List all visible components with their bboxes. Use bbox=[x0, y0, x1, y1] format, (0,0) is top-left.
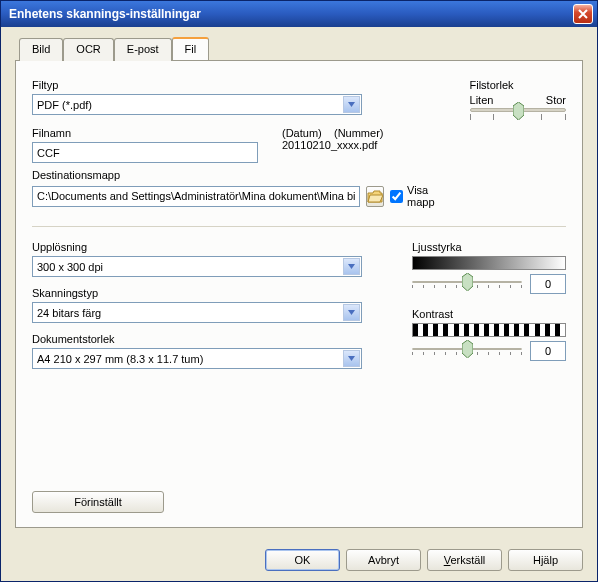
close-icon bbox=[578, 9, 588, 19]
dialog-buttons: OK Avbryt Verkställ Hjälp bbox=[265, 549, 583, 571]
filename-hint: (Datum) (Nummer) bbox=[282, 127, 383, 139]
filetype-select[interactable]: PDF (*.pdf) bbox=[32, 94, 362, 115]
chevron-down-icon bbox=[348, 102, 355, 107]
tab-epost[interactable]: E-post bbox=[114, 38, 172, 61]
brightness-slider[interactable] bbox=[412, 281, 522, 288]
tab-panel: Filtyp PDF (*.pdf) Filnamn CCF bbox=[15, 60, 583, 528]
filesize-large-label: Stor bbox=[546, 94, 566, 106]
filename-input[interactable]: CCF bbox=[32, 142, 258, 163]
tab-fil[interactable]: Fil bbox=[172, 37, 210, 60]
showfolder-checkbox[interactable]: Visa mapp bbox=[390, 184, 440, 208]
docsize-value: A4 210 x 297 mm (8.3 x 11.7 tum) bbox=[37, 353, 203, 365]
filename-label: Filnamn bbox=[32, 127, 258, 139]
docsize-select[interactable]: A4 210 x 297 mm (8.3 x 11.7 tum) bbox=[32, 348, 362, 369]
filesize-slider[interactable] bbox=[470, 108, 566, 120]
brightness-label: Ljusstyrka bbox=[412, 241, 566, 253]
brightness-gradient bbox=[412, 256, 566, 270]
slider-thumb-icon bbox=[462, 273, 473, 291]
filetype-label: Filtyp bbox=[32, 79, 440, 91]
default-button[interactable]: Förinställt bbox=[32, 491, 164, 513]
tab-bild[interactable]: Bild bbox=[19, 38, 63, 61]
contrast-slider[interactable] bbox=[412, 348, 522, 355]
close-button[interactable] bbox=[573, 4, 593, 24]
cancel-button[interactable]: Avbryt bbox=[346, 549, 421, 571]
destfolder-value: C:\Documents and Settings\Administratör\… bbox=[37, 190, 355, 202]
window-title: Enhetens skannings-inställningar bbox=[9, 7, 201, 21]
contrast-label: Kontrast bbox=[412, 308, 566, 320]
scantype-dropdown-button[interactable] bbox=[343, 304, 360, 321]
title-bar: Enhetens skannings-inställningar bbox=[1, 1, 597, 27]
scantype-value: 24 bitars färg bbox=[37, 307, 101, 319]
contrast-value[interactable]: 0 bbox=[530, 341, 566, 361]
filename-preview: 20110210_xxxx.pdf bbox=[282, 139, 383, 151]
folder-icon bbox=[367, 190, 383, 203]
apply-button[interactable]: Verkställ bbox=[427, 549, 502, 571]
scantype-label: Skanningstyp bbox=[32, 287, 372, 299]
browse-folder-button[interactable] bbox=[366, 186, 384, 207]
slider-thumb-icon bbox=[462, 340, 473, 358]
slider-thumb-icon bbox=[513, 102, 524, 120]
destfolder-input[interactable]: C:\Documents and Settings\Administratör\… bbox=[32, 186, 360, 207]
resolution-value: 300 x 300 dpi bbox=[37, 261, 103, 273]
resolution-dropdown-button[interactable] bbox=[343, 258, 360, 275]
ok-button[interactable]: OK bbox=[265, 549, 340, 571]
showfolder-label: Visa mapp bbox=[407, 184, 440, 208]
tab-ocr[interactable]: OCR bbox=[63, 38, 113, 61]
separator bbox=[32, 226, 566, 227]
filename-value: CCF bbox=[37, 147, 60, 159]
filesize-small-label: Liten bbox=[470, 94, 494, 106]
resolution-select[interactable]: 300 x 300 dpi bbox=[32, 256, 362, 277]
filetype-dropdown-button[interactable] bbox=[343, 96, 360, 113]
chevron-down-icon bbox=[348, 264, 355, 269]
contrast-gradient: document.write(Array.from({length:30},(_… bbox=[412, 323, 566, 337]
help-button[interactable]: Hjälp bbox=[508, 549, 583, 571]
filetype-value: PDF (*.pdf) bbox=[37, 99, 92, 111]
resolution-label: Upplösning bbox=[32, 241, 372, 253]
destfolder-label: Destinationsmapp bbox=[32, 169, 440, 181]
chevron-down-icon bbox=[348, 310, 355, 315]
docsize-dropdown-button[interactable] bbox=[343, 350, 360, 367]
brightness-value[interactable]: 0 bbox=[530, 274, 566, 294]
scantype-select[interactable]: 24 bitars färg bbox=[32, 302, 362, 323]
showfolder-check-input[interactable] bbox=[390, 190, 403, 203]
tab-strip: Bild OCR E-post Fil bbox=[19, 37, 583, 60]
filesize-label: Filstorlek bbox=[470, 79, 566, 91]
docsize-label: Dokumentstorlek bbox=[32, 333, 372, 345]
chevron-down-icon bbox=[348, 356, 355, 361]
